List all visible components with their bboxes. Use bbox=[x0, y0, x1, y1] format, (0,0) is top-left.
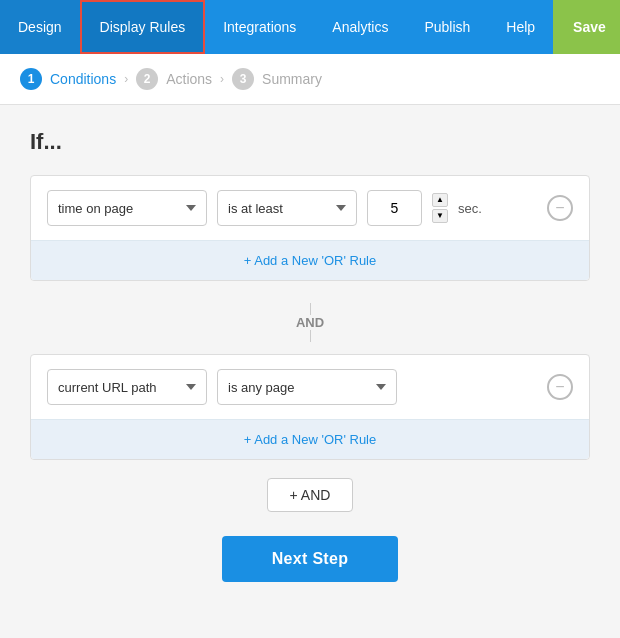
unit-label-1: sec. bbox=[458, 201, 482, 216]
and-line-bottom bbox=[310, 330, 311, 342]
value-input-1[interactable] bbox=[367, 190, 422, 226]
and-btn-wrap: + AND bbox=[30, 478, 590, 512]
spinner-up-1[interactable]: ▲ bbox=[432, 193, 448, 207]
step-label-actions[interactable]: Actions bbox=[166, 71, 212, 87]
operator-select-2[interactable]: is any page contains starts with ends wi… bbox=[217, 369, 397, 405]
nav-analytics[interactable]: Analytics bbox=[314, 0, 406, 54]
top-navigation: Design Display Rules Integrations Analyt… bbox=[0, 0, 620, 54]
add-or-rule-2[interactable]: + Add a New 'OR' Rule bbox=[31, 419, 589, 459]
step-circle-1: 1 bbox=[20, 68, 42, 90]
spinner-down-1[interactable]: ▼ bbox=[432, 209, 448, 223]
nav-help[interactable]: Help bbox=[488, 0, 553, 54]
if-label: If... bbox=[30, 129, 590, 155]
step-label-conditions[interactable]: Conditions bbox=[50, 71, 116, 87]
breadcrumb: 1 Conditions › 2 Actions › 3 Summary bbox=[0, 54, 620, 105]
next-step-button[interactable]: Next Step bbox=[222, 536, 399, 582]
operator-select-1[interactable]: is at least is less than is exactly bbox=[217, 190, 357, 226]
add-and-button[interactable]: + AND bbox=[267, 478, 354, 512]
remove-rule-1[interactable]: − bbox=[547, 195, 573, 221]
and-text: AND bbox=[296, 315, 324, 330]
step-label-summary[interactable]: Summary bbox=[262, 71, 322, 87]
rule-row-1: time on page scroll depth exit intent pa… bbox=[31, 176, 589, 240]
condition-select-1[interactable]: time on page scroll depth exit intent pa… bbox=[47, 190, 207, 226]
and-line-top bbox=[310, 303, 311, 315]
nav-display-rules[interactable]: Display Rules bbox=[80, 0, 206, 54]
nav-publish[interactable]: Publish bbox=[406, 0, 488, 54]
rule-row-2: current URL path referrer URL query para… bbox=[31, 355, 589, 419]
spinner-1: ▲ ▼ bbox=[432, 193, 448, 223]
step-circle-3: 3 bbox=[232, 68, 254, 90]
nav-integrations[interactable]: Integrations bbox=[205, 0, 314, 54]
next-step-wrap: Next Step bbox=[30, 536, 590, 582]
and-connector: AND bbox=[30, 291, 590, 354]
main-content: If... time on page scroll depth exit int… bbox=[0, 105, 620, 635]
nav-design[interactable]: Design bbox=[0, 0, 80, 54]
add-or-rule-1[interactable]: + Add a New 'OR' Rule bbox=[31, 240, 589, 280]
nav-save[interactable]: Save bbox=[553, 0, 620, 54]
step-circle-2: 2 bbox=[136, 68, 158, 90]
chevron-icon-2: › bbox=[220, 72, 224, 86]
condition-select-2[interactable]: current URL path referrer URL query para… bbox=[47, 369, 207, 405]
chevron-icon-1: › bbox=[124, 72, 128, 86]
rule-group-1: time on page scroll depth exit intent pa… bbox=[30, 175, 590, 281]
rule-group-2: current URL path referrer URL query para… bbox=[30, 354, 590, 460]
remove-rule-2[interactable]: − bbox=[547, 374, 573, 400]
